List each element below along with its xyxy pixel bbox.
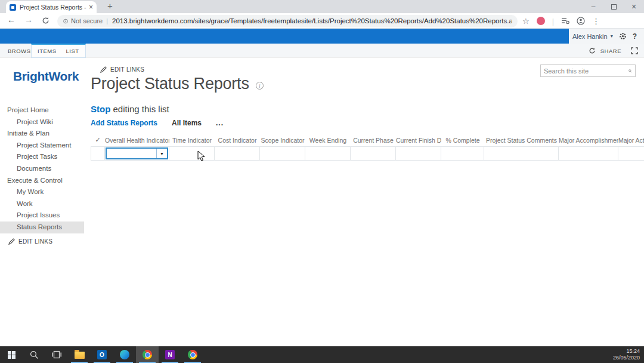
not-secure-info-icon[interactable] — [63, 18, 68, 24]
column-header[interactable]: Week Ending — [305, 137, 351, 144]
extension-profile-icon[interactable] — [577, 17, 585, 25]
edge-icon — [120, 350, 129, 359]
tab-close-icon[interactable]: × — [89, 3, 93, 11]
taskbar-clock[interactable]: 15:24 26/05/2020 — [613, 348, 640, 361]
chrome-icon — [188, 350, 197, 359]
column-header[interactable]: Current Finish Date — [396, 137, 441, 144]
stop-editing-link[interactable]: Stop — [91, 104, 110, 114]
bookmark-star-icon[interactable]: ☆ — [522, 17, 530, 26]
column-header[interactable]: % Complete — [441, 137, 484, 144]
page-edit-links[interactable]: EDIT LINKS — [100, 66, 144, 73]
pencil-icon — [100, 66, 107, 73]
back-icon[interactable]: ← — [7, 15, 16, 24]
sharepoint-favicon — [10, 4, 16, 11]
column-header[interactable]: Cost Indicator — [215, 137, 260, 144]
view-more-ellipsis[interactable]: ... — [216, 119, 224, 127]
tab-list[interactable]: LIST — [66, 48, 79, 54]
dropdown-caret-icon: ▼ — [160, 152, 164, 156]
sidebar-item-project-statement[interactable]: Project Statement — [0, 140, 84, 152]
new-tab-button[interactable]: + — [107, 1, 113, 11]
minimize-button[interactable]: – — [583, 0, 603, 13]
column-header[interactable]: Time Indicator — [169, 137, 215, 144]
profile-avatar[interactable] — [537, 17, 545, 25]
task-view-icon — [52, 350, 61, 359]
sidebar-item-execute-control[interactable]: Execute & Control — [0, 175, 84, 187]
sidebar-item-my-work[interactable]: My Work — [0, 186, 84, 198]
grid-cell[interactable] — [618, 146, 644, 161]
sidebar: BrightWork Project Home Project Wiki Ini… — [0, 58, 89, 346]
taskbar: O N 15:24 26/05/2020 — [0, 346, 644, 363]
column-header[interactable]: Overall Health Indicator — [105, 137, 169, 144]
select-all-checkmark[interactable]: ✓ — [91, 136, 105, 144]
chrome-button-2[interactable] — [181, 346, 204, 363]
column-header[interactable]: Major Accomplishments — [559, 137, 618, 144]
grid-cell[interactable] — [559, 146, 618, 161]
health-indicator-dropdown[interactable]: ▼ — [106, 147, 168, 159]
sidebar-item-project-tasks[interactable]: Project Tasks — [0, 151, 84, 163]
outlook-button[interactable]: O — [91, 346, 113, 363]
sidebar-item-work[interactable]: Work — [0, 198, 84, 210]
address-bar[interactable]: Not secure | 2013.brightworkdemo.com/sit… — [57, 15, 518, 27]
user-menu[interactable]: Alex Hankin — [572, 33, 608, 40]
clock-date: 26/05/2020 — [613, 355, 640, 361]
grid-cell[interactable] — [215, 146, 260, 161]
sidebar-item-project-issues[interactable]: Project Issues — [0, 210, 84, 222]
reading-list-icon[interactable] — [561, 17, 569, 24]
pencil-icon — [8, 238, 15, 245]
tab-items[interactable]: ITEMS — [38, 48, 57, 54]
url-text: 2013.brightworkdemo.com/sites/grace/Temp… — [112, 17, 512, 24]
file-explorer-button[interactable] — [68, 346, 91, 363]
grid-cell[interactable] — [169, 146, 215, 161]
sidebar-item-documents[interactable]: Documents — [0, 163, 84, 175]
overall-health-cell[interactable]: ▼ — [105, 146, 169, 161]
dropdown-button[interactable]: ▼ — [156, 149, 167, 158]
sidebar-item-initiate-plan[interactable]: Initiate & Plan — [0, 128, 84, 140]
taskbar-search-button[interactable] — [23, 346, 45, 363]
focus-mode-icon[interactable] — [631, 47, 638, 54]
grid-cell[interactable] — [260, 146, 305, 161]
sidebar-item-project-wiki[interactable]: Project Wiki — [0, 116, 84, 128]
column-header[interactable]: Scope Indicator — [260, 137, 305, 144]
tab-title: Project Status Reports - Add Sta — [20, 4, 86, 11]
browser-menu-icon[interactable]: ⋮ — [592, 17, 600, 26]
brightwork-logo[interactable]: BrightWork — [13, 69, 79, 84]
grid-cell[interactable] — [305, 146, 351, 161]
column-header[interactable]: Project Status Comments — [484, 137, 559, 144]
task-view-button[interactable] — [45, 346, 68, 363]
view-all-items-link[interactable]: All Items — [172, 119, 202, 127]
sidebar-item-project-home[interactable]: Project Home — [0, 104, 84, 116]
grid-cell[interactable] — [351, 146, 396, 161]
follow-sync-icon[interactable] — [589, 47, 596, 54]
search-input[interactable] — [544, 67, 628, 75]
sidebar-edit-links[interactable]: EDIT LINKS — [8, 238, 52, 245]
list-toolbar: Add Status Reports All Items ... — [91, 119, 224, 127]
sidebar-item-status-reports[interactable]: Status Reports — [0, 222, 84, 233]
screen: { "browser": { "tab_title": "Project Sta… — [0, 0, 644, 363]
start-button[interactable] — [0, 346, 23, 363]
edge-button[interactable] — [113, 346, 136, 363]
settings-gear-icon[interactable] — [619, 32, 627, 40]
ribbon-tab-row: BROWSE ITEMS LIST SHARE — [0, 44, 644, 58]
page-title: Project Status Reports — [91, 75, 249, 93]
share-button[interactable]: SHARE — [600, 48, 621, 54]
grid-cell[interactable] — [396, 146, 441, 161]
forward-icon[interactable]: → — [24, 15, 33, 24]
mouse-cursor — [197, 150, 205, 162]
add-status-reports-link[interactable]: Add Status Reports — [91, 119, 157, 127]
close-window-button[interactable]: × — [624, 0, 644, 13]
maximize-button[interactable] — [603, 0, 624, 13]
row-select-cell[interactable] — [91, 146, 105, 161]
help-button[interactable]: ? — [633, 32, 637, 41]
column-header[interactable]: Major Activi — [618, 137, 644, 144]
column-header[interactable]: Current Phase — [351, 137, 396, 144]
info-icon[interactable]: i — [256, 82, 264, 90]
toolbar-divider: | — [552, 17, 554, 26]
search-icon[interactable] — [628, 67, 632, 75]
grid-cell[interactable] — [441, 146, 484, 161]
browser-tab[interactable]: Project Status Reports - Add Sta × — [6, 1, 97, 13]
onenote-button[interactable]: N — [159, 346, 181, 363]
refresh-icon[interactable] — [42, 17, 49, 24]
onenote-icon: N — [165, 350, 175, 359]
grid-cell[interactable] — [484, 146, 559, 161]
chrome-button-active[interactable] — [136, 346, 159, 363]
